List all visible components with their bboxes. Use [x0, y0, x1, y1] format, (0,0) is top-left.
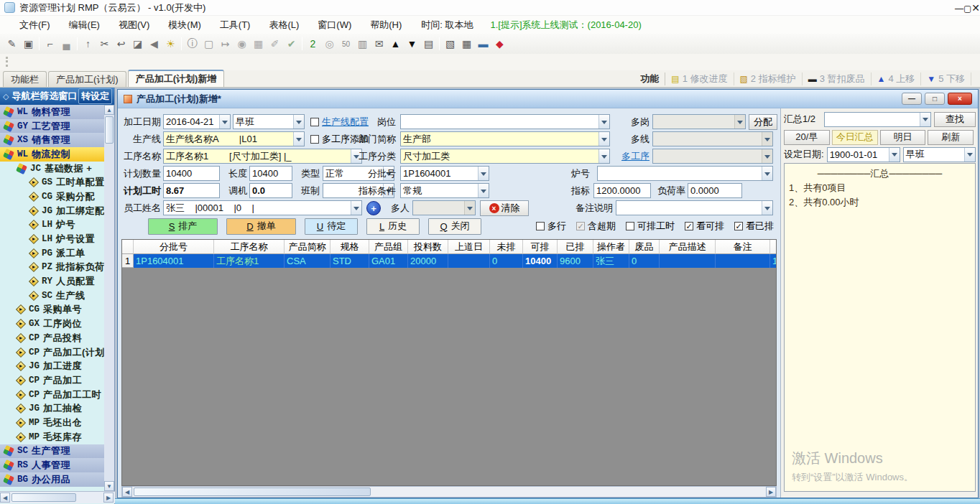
menu-item[interactable]: 表格(L): [259, 19, 308, 32]
checkbox-icon[interactable]: ✓: [576, 222, 585, 230]
menu-item[interactable]: 文件(F): [10, 19, 60, 32]
shift-combo[interactable]: 早班: [233, 114, 305, 129]
scroll-left-icon[interactable]: ◀: [122, 487, 132, 497]
info-icon[interactable]: ⓘ: [184, 36, 200, 52]
eraser-icon[interactable]: ✐: [267, 36, 283, 52]
column-header[interactable]: 规格: [330, 240, 369, 254]
fb-hold-scrap[interactable]: ▬3 暂扣废品: [803, 73, 872, 85]
scrollbar-thumb[interactable]: [134, 487, 371, 496]
column-header[interactable]: 产品组: [369, 240, 408, 254]
bulb-icon[interactable]: ☀: [162, 36, 179, 52]
sidebar-item[interactable]: ▸JG加工抽检: [0, 401, 105, 416]
batch-50-icon[interactable]: 50: [338, 36, 354, 52]
scroll-up-icon[interactable]: ▲: [104, 105, 114, 115]
scroll-right-icon[interactable]: ▶: [766, 487, 776, 497]
process-date-combo[interactable]: 2016-04-21: [163, 114, 231, 129]
checkbox-icon[interactable]: [626, 222, 634, 230]
sidebar-item[interactable]: WL物料管理: [0, 105, 105, 119]
sidebar-item[interactable]: ▸MP毛坯库存: [0, 430, 105, 444]
menu-item[interactable]: 视图(V): [109, 19, 159, 32]
inner-restore-button[interactable]: □: [925, 93, 945, 105]
assign-button[interactable]: 分配: [749, 114, 777, 130]
action-button-l[interactable]: L历史: [366, 218, 420, 235]
mail-icon[interactable]: ✉: [371, 36, 387, 52]
lamp-icon[interactable]: ⌐: [42, 36, 58, 52]
quick-button-1[interactable]: 今日汇总: [832, 130, 878, 145]
column-header[interactable]: 工序名称: [214, 240, 285, 254]
sidebar-item[interactable]: ▸LH炉号设置: [0, 232, 105, 246]
index-cond-combo[interactable]: 常规: [400, 183, 489, 198]
sidebar-item[interactable]: ▸CG采购分配: [0, 190, 105, 204]
column-header[interactable]: 上道日: [448, 240, 490, 254]
new-doc-icon[interactable]: ▢: [200, 36, 217, 52]
furnace-combo[interactable]: [597, 166, 773, 181]
close-button[interactable]: ✕: [971, 2, 980, 14]
tune-field[interactable]: 0.0: [249, 183, 292, 198]
sidebar-item[interactable]: ▸CP产品加工工时: [0, 388, 105, 402]
set-date-combo[interactable]: 1900-01-01: [827, 147, 900, 162]
sidebar-item[interactable]: WL物流控制: [0, 147, 105, 162]
sidebar-item[interactable]: ▸LH炉号: [0, 218, 105, 233]
toolbar-drag-handle[interactable]: [6, 57, 8, 67]
sidebar-item[interactable]: BG办公用品: [0, 472, 105, 487]
move-down-icon[interactable]: ▼: [404, 36, 420, 52]
back-icon[interactable]: ◀: [146, 36, 162, 52]
column-header[interactable]: 操作者: [593, 240, 629, 254]
sidebar-item[interactable]: ▸CP产品加工: [0, 373, 105, 388]
tab-1[interactable]: 产品加工(计划): [48, 71, 126, 87]
column-header[interactable]: 未排: [490, 240, 523, 254]
scroll-right-icon[interactable]: ▶: [103, 493, 114, 503]
sidebar-vertical-scrollbar[interactable]: ▲ ▼: [104, 105, 114, 491]
sidebar-item[interactable]: ▸GS工时单配置: [0, 175, 105, 190]
tab-2[interactable]: 产品加工(计划)新增: [128, 70, 225, 87]
option-checkbox[interactable]: 可排工时: [626, 220, 675, 233]
sidebar-item[interactable]: GY工艺管理: [0, 119, 105, 134]
sidebar-item[interactable]: JC基础数据 +: [0, 162, 105, 176]
maximize-button[interactable]: ▢: [963, 4, 971, 14]
fb-move-up[interactable]: ▲4 上移: [872, 73, 922, 85]
edit-cell-icon[interactable]: ◪: [129, 36, 146, 52]
checkbox-icon[interactable]: [536, 222, 545, 230]
employee-combo[interactable]: 张三 |00001 |0 |: [163, 200, 362, 215]
sidebar-item[interactable]: ▸JG加工绑定配置: [0, 204, 105, 218]
index-field[interactable]: 1200.0000: [593, 183, 651, 198]
inner-minimize-button[interactable]: —: [902, 93, 922, 105]
undo-icon[interactable]: ↩: [113, 36, 129, 52]
cancel-icon[interactable]: ◉: [234, 36, 250, 52]
scrollbar-thumb[interactable]: [105, 116, 114, 144]
tab-0[interactable]: 功能栏: [3, 71, 47, 87]
multi-process-link[interactable]: 多工序: [614, 149, 650, 164]
table-row[interactable]: 11P1604001工序名称1CSASTDGA01200000104009600…: [122, 254, 776, 268]
locate-icon[interactable]: ◎: [321, 36, 338, 52]
monitor-icon[interactable]: ▬: [475, 36, 491, 52]
checkbox-icon[interactable]: ✓: [734, 222, 743, 230]
copy-icon[interactable]: ▧: [442, 36, 458, 52]
remark-combo[interactable]: [616, 200, 773, 215]
action-button-d[interactable]: D撤单: [226, 218, 296, 235]
quick-button-2[interactable]: 明日: [880, 130, 926, 145]
inner-window-titlebar[interactable]: 产品加工(计划)新增* — □ ×: [118, 90, 978, 108]
column-header[interactable]: 废品: [629, 240, 660, 254]
sidebar-item[interactable]: ▸JG加工进度: [0, 359, 105, 373]
sidebar-item[interactable]: ▸PG派工单: [0, 246, 105, 261]
menu-item[interactable]: 模块(M): [159, 19, 211, 32]
scroll-down-icon[interactable]: ▼: [104, 481, 114, 491]
batch-combo[interactable]: 1P1604001: [400, 166, 489, 181]
quick-button-0[interactable]: 20/早: [784, 130, 830, 145]
fb-move-down[interactable]: ▼5 下移: [921, 73, 971, 85]
scissors-icon[interactable]: ✂: [96, 36, 113, 52]
option-checkbox[interactable]: ✓含超期: [576, 220, 616, 233]
menu-item[interactable]: 帮助(H): [361, 19, 411, 32]
quick-button-3[interactable]: 刷新: [928, 130, 974, 145]
stamp-icon[interactable]: ✎: [4, 36, 20, 52]
find-button[interactable]: 查找: [934, 112, 976, 127]
action-button-u[interactable]: U待定: [305, 218, 358, 235]
set-shift-combo[interactable]: 早班: [903, 147, 976, 162]
fb-modify-progress[interactable]: ▤1 修改进度: [665, 73, 734, 85]
checkbox-icon[interactable]: [310, 135, 319, 144]
table-horizontal-scrollbar[interactable]: ◀ ▶: [121, 486, 777, 498]
add-grid-icon[interactable]: ▦: [250, 36, 267, 52]
sidebar-item[interactable]: XS销售管理: [0, 133, 105, 147]
sidebar-settings-button[interactable]: 转设定: [78, 88, 112, 104]
sidebar-item[interactable]: ▸CG采购单号: [0, 303, 105, 317]
